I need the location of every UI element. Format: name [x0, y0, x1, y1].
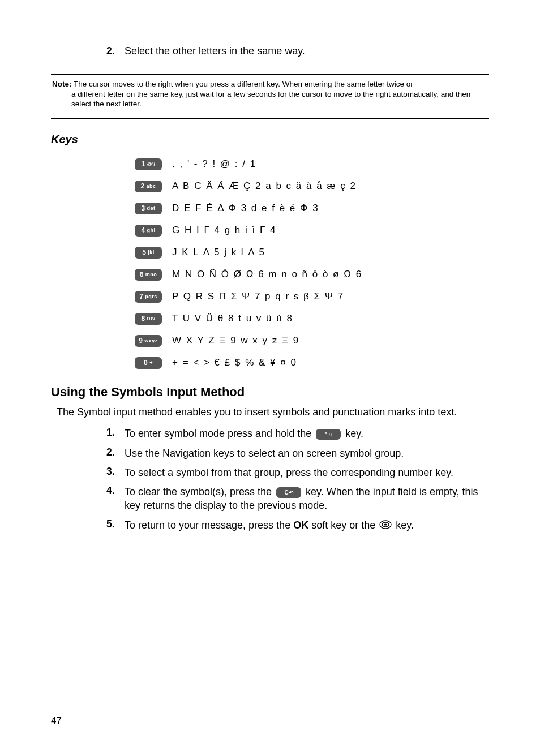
top-step-line: 2. Select the other letters in the same … — [106, 44, 489, 58]
key-row: 5jkl J K L Λ 5 j k l Λ 5 — [135, 247, 489, 259]
section-heading: Using the Symbols Input Method — [51, 385, 489, 400]
step-text: To select a symbol from that group, pres… — [125, 466, 453, 479]
clear-key-icon: C↶ — [276, 487, 301, 498]
step-text: To return to your message, press the OK … — [125, 518, 414, 532]
key-row: 8tuv T U V Ü θ 8 t u v ü ù 8 — [135, 313, 489, 325]
step-number: 4. — [106, 485, 117, 497]
intro-text: The Symbol input method enables you to i… — [57, 405, 489, 419]
key-characters: M N O Ñ Ö Ø Ω 6 m n o ñ ö ò ø Ω 6 — [172, 269, 362, 280]
key-button-1-icon: 1@'/ — [135, 158, 162, 170]
key-characters: P Q R S Π Σ Ψ 7 p q r s β Σ Ψ 7 — [172, 291, 344, 302]
divider-top — [51, 74, 489, 75]
key-button-4-icon: 4ghi — [135, 225, 162, 237]
key-row: 1@'/ . , ' - ? ! @ : / 1 — [135, 158, 489, 170]
list-item: 1. To enter symbol mode press and hold t… — [106, 427, 489, 440]
step-text: To enter symbol mode press and hold the … — [125, 427, 363, 440]
key-button-7-icon: 7pqrs — [135, 291, 162, 303]
step-number: 5. — [106, 518, 117, 530]
key-characters: J K L Λ 5 j k l Λ 5 — [172, 247, 265, 258]
keys-section-label: Keys — [51, 133, 489, 146]
key-row: 2abc A B C Ä Å Æ Ç 2 a b c ä à å æ ç 2 — [135, 181, 489, 192]
key-row: 0+ + = < > € £ $ % & ¥ ¤ 0 — [135, 357, 489, 369]
key-characters: A B C Ä Å Æ Ç 2 a b c ä à å æ ç 2 — [172, 181, 357, 192]
list-item: 3. To select a symbol from that group, p… — [106, 466, 489, 479]
ok-softkey-label: OK — [293, 519, 308, 531]
step-text: Select the other letters in the same way… — [125, 44, 305, 58]
note-text-first: The cursor moves to the right when you p… — [74, 80, 413, 88]
note-text-rest: a different letter on the same key, just… — [52, 89, 488, 109]
step-text: To clear the symbol(s), press the C↶ key… — [125, 485, 489, 513]
star-key-icon: *♫ — [316, 429, 341, 440]
page-number: 47 — [51, 715, 62, 727]
key-row: 4ghi G H I Γ 4 g h i ì Γ 4 — [135, 225, 489, 237]
key-row: 7pqrs P Q R S Π Σ Ψ 7 p q r s β Σ Ψ 7 — [135, 291, 489, 303]
key-characters: W X Y Z Ξ 9 w x y z Ξ 9 — [172, 335, 299, 346]
key-button-5-icon: 5jkl — [135, 247, 162, 259]
note-block: Note: The cursor moves to the right when… — [51, 79, 489, 114]
step-text: Use the Navigation keys to select an on … — [125, 446, 404, 460]
list-item: 2. Use the Navigation keys to select an … — [106, 446, 489, 460]
step-number: 3. — [106, 466, 117, 478]
key-button-0-icon: 0+ — [135, 357, 162, 369]
key-characters: T U V Ü θ 8 t u v ü ù 8 — [172, 313, 293, 324]
step-number: 1. — [106, 427, 117, 439]
svg-point-2 — [384, 523, 387, 525]
key-row: 9wxyz W X Y Z Ξ 9 w x y z Ξ 9 — [135, 335, 489, 347]
key-button-6-icon: 6mno — [135, 269, 162, 281]
list-item: 5. To return to your message, press the … — [106, 518, 489, 532]
note-label: Note: — [52, 80, 72, 88]
list-item: 4. To clear the symbol(s), press the C↶ … — [106, 485, 489, 513]
key-characters: + = < > € £ $ % & ¥ ¤ 0 — [172, 357, 297, 368]
key-characters: G H I Γ 4 g h i ì Γ 4 — [172, 225, 277, 236]
keys-table: 1@'/ . , ' - ? ! @ : / 1 2abc A B C Ä Å … — [135, 158, 489, 369]
divider-bottom — [51, 118, 489, 119]
key-row: 6mno M N O Ñ Ö Ø Ω 6 m n o ñ ö ò ø Ω 6 — [135, 269, 489, 281]
key-button-8-icon: 8tuv — [135, 313, 162, 325]
ok-center-key-icon — [379, 519, 392, 532]
key-characters: . , ' - ? ! @ : / 1 — [172, 158, 256, 170]
key-characters: D E F É Δ Φ 3 d e f è é Φ 3 — [172, 203, 319, 214]
step-number: 2. — [106, 45, 117, 57]
step-number: 2. — [106, 446, 117, 458]
key-button-2-icon: 2abc — [135, 181, 162, 192]
key-button-3-icon: 3def — [135, 203, 162, 214]
key-row: 3def D E F É Δ Φ 3 d e f è é Φ 3 — [135, 203, 489, 214]
steps-list: 1. To enter symbol mode press and hold t… — [106, 427, 489, 532]
key-button-9-icon: 9wxyz — [135, 335, 162, 347]
